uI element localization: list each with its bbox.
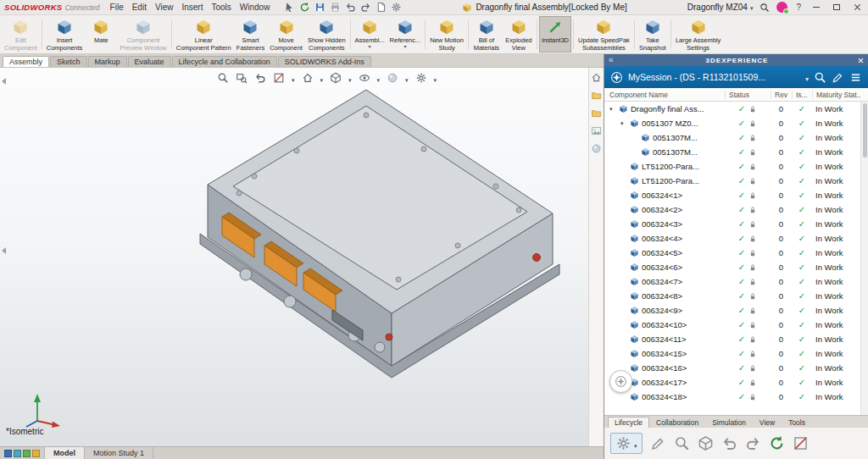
- menu-view[interactable]: View: [151, 3, 178, 12]
- graphics-viewport[interactable]: *Isometric: [0, 68, 588, 446]
- undo-icon[interactable]: [345, 2, 356, 13]
- component-row[interactable]: 0051307M... ✓ 0 ✓ In Work: [604, 130, 860, 145]
- collapse-panel-button[interactable]: «: [609, 56, 620, 64]
- component-row[interactable]: 006324<18> ✓ 0 ✓ In Work: [604, 390, 860, 404]
- dropdown-arrow-icon[interactable]: ▾: [403, 44, 406, 50]
- menu-icon[interactable]: [849, 71, 862, 84]
- tab-lifecycle-and-collaboration[interactable]: Lifecycle and Collaboration: [172, 56, 277, 67]
- component-row[interactable]: 006324<9> ✓ 0 ✓ In Work: [604, 303, 860, 318]
- tab-solidworks-add-ins[interactable]: SOLIDWORKS Add-Ins: [278, 56, 371, 67]
- edit-appearance-icon[interactable]: [387, 72, 398, 84]
- dropdown-arrow-icon[interactable]: ▾: [369, 44, 371, 50]
- ribbon-button-take-snapshot[interactable]: TakeSnapshot: [637, 16, 669, 53]
- component-row[interactable]: 0051307M... ✓ 0 ✓ In Work: [604, 145, 860, 159]
- component-row[interactable]: 006324<11> ✓ 0 ✓ In Work: [604, 332, 860, 346]
- tab-markup[interactable]: Markup: [88, 56, 127, 67]
- ribbon-button-edit-component[interactable]: EditComponent: [2, 16, 40, 53]
- dropdown-arrow-icon[interactable]: [348, 70, 352, 86]
- component-row[interactable]: 006324<2> ✓ 0 ✓ In Work: [604, 202, 860, 217]
- menu-tools[interactable]: Tools: [207, 3, 235, 12]
- tab-assembly[interactable]: Assembly: [3, 56, 49, 67]
- component-row[interactable]: 006324<15> ✓ 0 ✓ In Work: [604, 346, 860, 361]
- dropdown-arrow-icon[interactable]: [377, 70, 381, 86]
- view-palette-icon[interactable]: [591, 125, 602, 136]
- component-row[interactable]: 006324<4> ✓ 0 ✓ In Work: [604, 231, 860, 246]
- viewport-pane-button-2[interactable]: [14, 450, 21, 457]
- column-component-name[interactable]: Component Name: [604, 91, 725, 99]
- redo-icon[interactable]: [360, 2, 371, 13]
- home-icon[interactable]: [591, 72, 602, 83]
- component-row[interactable]: LT51200-Para... ✓ 0 ✓ In Work: [604, 174, 860, 188]
- help-button[interactable]: ?: [794, 3, 803, 12]
- component-row[interactable]: ▾ Dragonfly final Ass... ✓ 0 ✓ In Work: [604, 102, 860, 116]
- dropdown-arrow-icon[interactable]: [320, 70, 324, 86]
- component-row[interactable]: 006324<5> ✓ 0 ✓ In Work: [604, 246, 860, 260]
- close-panel-button[interactable]: [854, 58, 864, 64]
- panel-tab-simulation[interactable]: Simulation: [705, 417, 753, 428]
- lifecycle-actions-icon[interactable]: [615, 435, 632, 451]
- ribbon-button-large-assembly-settings[interactable]: Large AssemblySettings ▾: [673, 16, 723, 53]
- select-icon[interactable]: [284, 2, 295, 13]
- panel-tab-collaboration[interactable]: Collaboration: [649, 417, 705, 428]
- 3d-model-dragonfly-assembly[interactable]: [0, 68, 588, 446]
- user-avatar[interactable]: [776, 2, 787, 13]
- display-style-icon[interactable]: [330, 72, 342, 84]
- zoom-fit-icon[interactable]: [217, 72, 229, 84]
- ribbon-button-smart-fasteners[interactable]: SmartFasteners: [234, 16, 267, 53]
- menu-file[interactable]: File: [106, 3, 128, 12]
- check-in-icon[interactable]: [721, 435, 737, 451]
- viewport-pane-button-3[interactable]: [23, 450, 31, 457]
- tag-icon[interactable]: [832, 71, 844, 84]
- search-icon[interactable]: [814, 71, 826, 84]
- collapse-node-icon[interactable]: ▾: [609, 106, 616, 113]
- ribbon-button-update-speedpak-subassemblies[interactable]: Update SpeedPakSubassemblies: [576, 16, 632, 53]
- close-button[interactable]: [850, 2, 864, 14]
- view-settings-icon[interactable]: [415, 72, 427, 84]
- chevron-down-icon[interactable]: [805, 69, 809, 85]
- file-explorer-icon[interactable]: [591, 108, 602, 119]
- hide-show-items-icon[interactable]: [359, 72, 370, 84]
- expand-feature-tree-arrow[interactable]: [2, 247, 6, 254]
- collapse-feature-tree-arrow[interactable]: [2, 78, 6, 85]
- panel-tab-view[interactable]: View: [753, 417, 782, 428]
- new-revision-icon[interactable]: [769, 435, 785, 451]
- ribbon-button-insert-components[interactable]: InsertComponents ▾: [44, 16, 86, 53]
- zoom-area-icon[interactable]: [236, 72, 248, 84]
- column-rev[interactable]: Rev: [771, 91, 792, 99]
- view-orientation-icon[interactable]: [302, 72, 314, 84]
- column-status[interactable]: Status: [725, 91, 771, 99]
- previous-view-icon[interactable]: [254, 72, 266, 84]
- column-maturity[interactable]: Maturity Stat...: [812, 91, 860, 99]
- component-row[interactable]: 006324<10> ✓ 0 ✓ In Work: [604, 318, 860, 332]
- ribbon-button-mate[interactable]: Mate: [85, 16, 117, 53]
- component-row[interactable]: 006324<16> ✓ 0 ✓ In Work: [604, 361, 860, 375]
- ribbon-button-component-preview-window[interactable]: ComponentPreview Window: [117, 16, 169, 53]
- bookmarks-icon[interactable]: [650, 435, 666, 451]
- component-row[interactable]: 006324<3> ✓ 0 ✓ In Work: [604, 217, 860, 231]
- ribbon-button-exploded-view[interactable]: ExplodedView ▾: [503, 16, 535, 53]
- ribbon-button-new-motion-study[interactable]: New MotionStudy: [427, 16, 466, 53]
- file-properties-icon[interactable]: [376, 2, 387, 13]
- design-library-icon[interactable]: [591, 90, 602, 101]
- rebuild-icon[interactable]: [299, 2, 310, 13]
- section-view-icon[interactable]: [273, 72, 285, 84]
- ribbon-button-move-component[interactable]: MoveComponent ▾: [267, 16, 305, 53]
- component-row[interactable]: ▾ 0051307 MZ0... ✓ 0 ✓ In Work: [604, 116, 860, 130]
- ribbon-button-instant3d[interactable]: Instant3D: [539, 16, 571, 53]
- save-icon[interactable]: [314, 2, 326, 13]
- collapse-node-icon[interactable]: ▾: [620, 120, 627, 127]
- print-icon[interactable]: [330, 2, 341, 13]
- panel-tab-tools[interactable]: Tools: [782, 417, 812, 428]
- ribbon-button-linear-component-pattern[interactable]: LinearComponent Pattern ▾: [174, 16, 234, 53]
- options-icon[interactable]: [698, 435, 714, 451]
- ribbon-button-show-hidden-components[interactable]: Show HiddenComponents: [305, 16, 348, 53]
- table-scrollbar[interactable]: [860, 102, 868, 415]
- tab-model[interactable]: Model: [45, 447, 85, 459]
- viewport-pane-button-1[interactable]: [4, 450, 12, 457]
- appearances-icon[interactable]: [591, 143, 602, 154]
- component-row[interactable]: 006324<7> ✓ 0 ✓ In Work: [604, 274, 860, 289]
- ribbon-button-assembl[interactable]: Assembl... ▾: [353, 16, 387, 53]
- ribbon-button-bill-of-materials[interactable]: Bill ofMaterials ▾: [470, 16, 503, 53]
- component-row[interactable]: LT51200-Para... ✓ 0 ✓ In Work: [604, 159, 860, 174]
- tab-motion-study-1[interactable]: Motion Study 1: [85, 447, 153, 459]
